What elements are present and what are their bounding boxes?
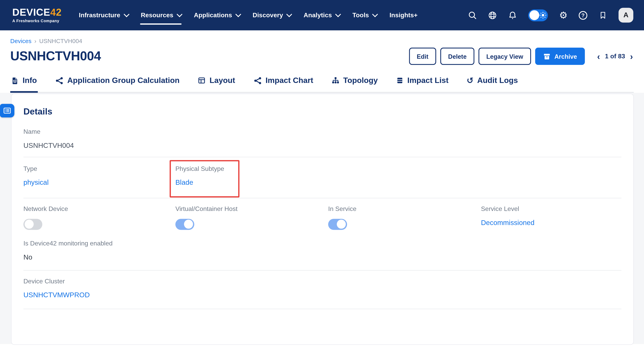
breadcrumb-devices-link[interactable]: Devices [10,38,32,44]
side-panel-toggle[interactable] [0,104,14,117]
network-device-label: Network Device [24,205,175,212]
globe-icon[interactable] [488,11,497,20]
divider [24,309,621,309]
tab-audit-logs[interactable]: ↺ Audit Logs [466,75,519,93]
tab-label: Application Group Calculation [67,76,180,85]
chevron-down-icon [335,11,341,17]
history-icon: ↺ [466,76,474,84]
virtual-container-host-field: Virtual/Container Host [175,205,328,230]
notifications-bell-icon[interactable] [508,11,517,20]
tab-label: Impact Chart [266,76,313,85]
page-header: Devices › USNHCTVH004 USNHCTVH004 Edit D… [0,30,644,92]
pagination-next-icon[interactable]: › [629,51,634,61]
topology-sitemap-icon [331,76,340,84]
archive-button-label: Archive [554,53,577,60]
detail-tabs: Info Application Group Calculation Layou… [10,75,634,93]
sun-icon [540,11,547,19]
title-row: USNHCTVH004 Edit Delete Legacy View Arch… [10,48,634,65]
tab-topology[interactable]: Topology [330,75,378,93]
in-service-label: In Service [328,205,481,212]
tab-impact-chart[interactable]: Impact Chart [252,75,314,93]
nav-item-label: Discovery [252,11,283,19]
tab-info[interactable]: Info [10,75,38,93]
details-card: Details Name USNHCTVH004 Type physical P… [11,93,634,345]
logo-text: DEVICE42 [12,7,62,17]
toggles-row: Network Device Virtual/Container Host In… [24,198,621,230]
nav-item-label: Resources [141,11,173,19]
toggle-knob [24,220,34,229]
divider [24,270,621,270]
device-cluster-field: Device Cluster USNHCTVMWPROD [24,277,621,309]
type-label: Type [24,165,175,172]
virtual-container-host-label: Virtual/Container Host [175,205,328,212]
in-service-toggle[interactable] [328,219,347,230]
navbar-icon-group: ⚙ ? A [468,8,633,22]
physical-subtype-label: Physical Subtype [175,165,621,172]
tab-impact-list[interactable]: Impact List [395,75,450,93]
type-value-link[interactable]: physical [24,178,49,187]
tab-label: Info [23,76,37,85]
device-cluster-label: Device Cluster [24,277,621,285]
name-label: Name [24,128,621,135]
edit-button[interactable]: Edit [409,48,436,65]
device42-logo[interactable]: DEVICE42 A Freshworks Company [12,7,62,23]
name-value: USNHCTVH004 [24,141,621,150]
virtual-container-host-toggle[interactable] [175,219,194,230]
share-network-icon [55,76,64,85]
main-menu: Infrastructure Resources Applications Di… [72,0,424,30]
record-pagination: ‹ 1 of 83 › [596,51,634,61]
info-doc-icon [11,76,19,85]
details-section-title: Details [24,107,621,117]
share-network-icon [253,76,262,85]
gear-icon[interactable]: ⚙ [559,11,568,20]
type-row: Type physical Physical Subtype Blade [24,157,621,198]
theme-toggle[interactable] [528,9,548,21]
network-device-field: Network Device [24,205,175,230]
nav-item-label: Analytics [304,11,332,19]
nav-item-analytics[interactable]: Analytics [297,0,346,30]
tab-application-group-calculation[interactable]: Application Group Calculation [54,75,180,93]
archive-button[interactable]: Archive [535,48,585,65]
nav-item-discovery[interactable]: Discovery [246,0,297,30]
help-icon[interactable]: ? [579,11,587,19]
chevron-down-icon [372,11,378,17]
nav-item-resources[interactable]: Resources [134,0,187,30]
search-icon[interactable] [468,11,477,20]
top-navbar: DEVICE42 A Freshworks Company Infrastruc… [0,0,644,30]
nav-item-label: Infrastructure [79,11,120,19]
tab-label: Impact List [407,76,449,85]
breadcrumb-separator: › [34,38,36,44]
nav-item-infrastructure[interactable]: Infrastructure [72,0,134,30]
user-avatar[interactable]: A [618,8,633,22]
list-panel-icon [3,106,11,115]
legacy-view-button[interactable]: Legacy View [478,48,531,65]
service-level-value-link[interactable]: Decommissioned [481,219,534,227]
nav-item-applications[interactable]: Applications [188,0,246,30]
layout-icon [198,76,206,84]
tab-label: Audit Logs [477,76,518,85]
theme-toggle-knob [530,10,540,20]
breadcrumb-current: USNHCTVH004 [39,38,82,44]
tab-layout[interactable]: Layout [197,75,236,93]
device-cluster-value-link[interactable]: USNHCTVMWPROD [24,291,90,299]
delete-button[interactable]: Delete [440,48,474,65]
in-service-field: In Service [328,205,481,230]
pagination-label: 1 of 83 [605,52,625,60]
bookmark-icon[interactable] [598,11,608,20]
tab-label: Layout [210,76,235,85]
monitoring-field: Is Device42 monitoring enabled No [24,240,621,270]
nav-item-label: Tools [352,11,369,19]
service-level-field: Service Level Decommissioned [481,205,622,230]
logo-subtitle: A Freshworks Company [12,18,62,23]
physical-subtype-value-link[interactable]: Blade [175,178,193,187]
monitoring-label: Is Device42 monitoring enabled [24,240,621,247]
nav-item-label: Insights+ [390,11,418,19]
chevron-down-icon [177,11,182,17]
network-device-toggle[interactable] [24,219,42,230]
nav-item-tools[interactable]: Tools [346,0,383,30]
page-title: USNHCTVH004 [10,49,101,63]
nav-item-insights[interactable]: Insights+ [383,0,424,30]
pagination-prev-icon[interactable]: ‹ [596,51,601,61]
name-field: Name USNHCTVH004 [24,128,621,157]
logo-brand-suffix: 42 [50,7,62,17]
